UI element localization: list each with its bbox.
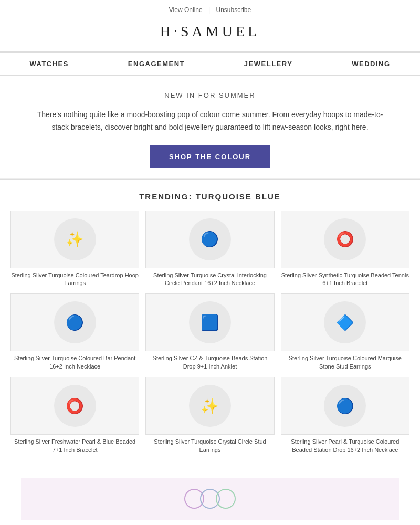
trending-title: TRENDING: TURQUOISE BLUE bbox=[10, 192, 410, 201]
product-item-8[interactable]: Sterling Silver Pearl & Turquoise Colour… bbox=[281, 377, 410, 454]
unsubscribe-link[interactable]: Unsubscribe bbox=[216, 6, 251, 14]
top-bar: View Online | Unsubscribe H·SAMUEL bbox=[0, 0, 420, 52]
hero-section: NEW IN FOR SUMMER There's nothing quite … bbox=[0, 76, 420, 179]
anklet-icon bbox=[201, 314, 219, 331]
product-image-6 bbox=[10, 377, 139, 435]
product-image-1 bbox=[145, 211, 274, 268]
product-image-3 bbox=[10, 293, 139, 351]
product-name-1: Sterling Silver Turquoise Crystal Interl… bbox=[145, 271, 274, 288]
bracelet-icon bbox=[336, 230, 354, 248]
nav-bar: WATCHES ENGAGEMENT JEWELLERY WEDDING bbox=[0, 52, 420, 76]
hero-description: There's nothing quite like a mood-boosti… bbox=[32, 109, 388, 134]
product-name-0: Sterling Silver Turquoise Coloured Teard… bbox=[10, 271, 139, 288]
product-image-2 bbox=[281, 211, 410, 268]
product-name-4: Sterling Silver CZ & Turquoise Beads Sta… bbox=[145, 354, 274, 371]
promo-decoration bbox=[178, 486, 242, 512]
email-container: View Online | Unsubscribe H·SAMUEL WATCH… bbox=[0, 0, 420, 525]
nav-jewellery[interactable]: JEWELLERY bbox=[234, 52, 303, 75]
logo: H·SAMUEL bbox=[0, 19, 420, 47]
product-image-4 bbox=[145, 293, 274, 351]
product-item-1[interactable]: Sterling Silver Turquoise Crystal Interl… bbox=[145, 211, 274, 288]
promo-banner-image bbox=[21, 478, 399, 520]
promo-section: 15% Off Selected Full Price H. Samuel Je… bbox=[0, 467, 420, 525]
view-online-link[interactable]: View Online bbox=[169, 6, 203, 14]
necklace-icon-2 bbox=[66, 314, 84, 331]
earring-icon bbox=[66, 230, 84, 248]
product-image-7 bbox=[145, 377, 274, 435]
product-image-5 bbox=[281, 293, 410, 351]
top-bar-links: View Online | Unsubscribe bbox=[0, 6, 420, 14]
product-item-7[interactable]: Sterling Silver Turquoise Crystal Circle… bbox=[145, 377, 274, 454]
product-name-7: Sterling Silver Turquoise Crystal Circle… bbox=[145, 438, 274, 454]
product-name-8: Sterling Silver Pearl & Turquoise Colour… bbox=[281, 438, 410, 454]
product-name-5: Sterling Silver Turquoise Coloured Marqu… bbox=[281, 354, 410, 371]
product-item-3[interactable]: Sterling Silver Turquoise Coloured Bar P… bbox=[10, 293, 139, 371]
shop-colour-button[interactable]: SHOP THE COLOUR bbox=[150, 145, 270, 168]
product-item-5[interactable]: Sterling Silver Turquoise Coloured Marqu… bbox=[281, 293, 410, 371]
product-item-2[interactable]: Sterling Silver Synthetic Turquoise Bead… bbox=[281, 211, 410, 288]
product-item-6[interactable]: Sterling Silver Freshwater Pearl & Blue … bbox=[10, 377, 139, 454]
product-image-8 bbox=[281, 377, 410, 435]
product-item-4[interactable]: Sterling Silver CZ & Turquoise Beads Sta… bbox=[145, 293, 274, 371]
earring-icon-2 bbox=[201, 397, 219, 415]
stud-icon bbox=[336, 314, 354, 331]
nav-watches[interactable]: WATCHES bbox=[19, 52, 79, 75]
bracelet-icon-2 bbox=[66, 397, 84, 415]
nav-wedding[interactable]: WEDDING bbox=[341, 52, 401, 75]
product-image-0 bbox=[10, 211, 139, 268]
product-name-6: Sterling Silver Freshwater Pearl & Blue … bbox=[10, 438, 139, 454]
product-name-3: Sterling Silver Turquoise Coloured Bar P… bbox=[10, 354, 139, 371]
nav-engagement[interactable]: ENGAGEMENT bbox=[118, 52, 195, 75]
new-in-label: NEW IN FOR SUMMER bbox=[32, 91, 388, 99]
product-grid: Sterling Silver Turquoise Coloured Teard… bbox=[10, 211, 410, 454]
product-item-0[interactable]: Sterling Silver Turquoise Coloured Teard… bbox=[10, 211, 139, 288]
product-name-2: Sterling Silver Synthetic Turquoise Bead… bbox=[281, 271, 410, 288]
necklace-icon-3 bbox=[336, 397, 354, 415]
necklace-icon bbox=[201, 230, 219, 248]
separator: | bbox=[208, 6, 210, 14]
trending-section: TRENDING: TURQUOISE BLUE Sterling Silver… bbox=[0, 180, 420, 467]
